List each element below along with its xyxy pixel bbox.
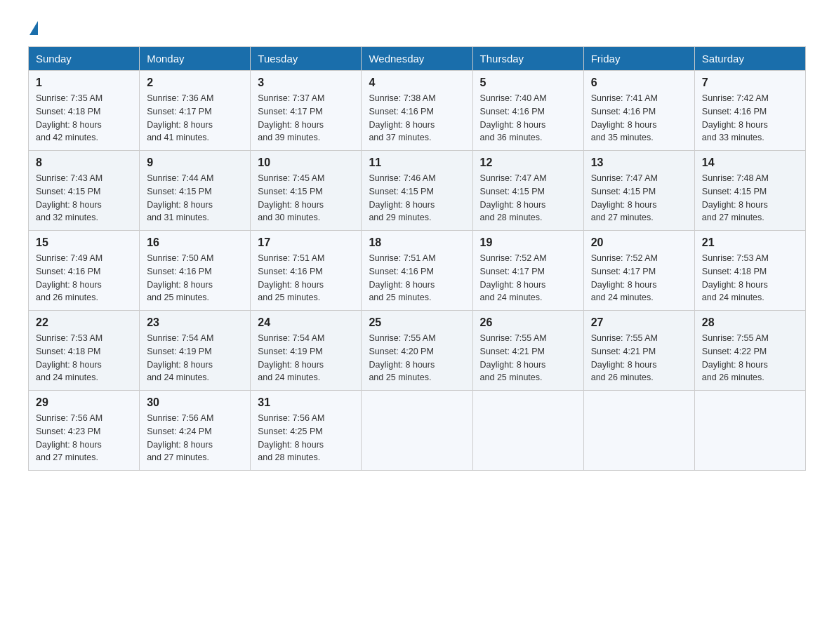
page-header xyxy=(28,21,806,35)
calendar-cell: 15 Sunrise: 7:49 AM Sunset: 4:16 PM Dayl… xyxy=(29,231,140,311)
day-info: Sunrise: 7:44 AM Sunset: 4:15 PM Dayligh… xyxy=(147,172,243,224)
day-info: Sunrise: 7:51 AM Sunset: 4:16 PM Dayligh… xyxy=(369,252,465,304)
calendar-cell: 22 Sunrise: 7:53 AM Sunset: 4:18 PM Dayl… xyxy=(29,311,140,391)
day-number: 5 xyxy=(480,76,576,89)
day-info: Sunrise: 7:52 AM Sunset: 4:17 PM Dayligh… xyxy=(480,252,576,304)
day-info: Sunrise: 7:40 AM Sunset: 4:16 PM Dayligh… xyxy=(480,92,576,145)
calendar-cell: 27 Sunrise: 7:55 AM Sunset: 4:21 PM Dayl… xyxy=(583,311,694,391)
day-number: 29 xyxy=(36,396,132,409)
day-number: 19 xyxy=(480,236,576,249)
calendar-cell: 6 Sunrise: 7:41 AM Sunset: 4:16 PM Dayli… xyxy=(583,71,694,151)
day-info: Sunrise: 7:55 AM Sunset: 4:22 PM Dayligh… xyxy=(702,332,798,384)
day-info: Sunrise: 7:43 AM Sunset: 4:15 PM Dayligh… xyxy=(36,172,132,224)
day-info: Sunrise: 7:55 AM Sunset: 4:21 PM Dayligh… xyxy=(480,332,576,384)
calendar-cell: 10 Sunrise: 7:45 AM Sunset: 4:15 PM Dayl… xyxy=(251,151,362,231)
day-number: 23 xyxy=(147,316,243,329)
day-info: Sunrise: 7:48 AM Sunset: 4:15 PM Dayligh… xyxy=(702,172,798,224)
calendar-cell: 11 Sunrise: 7:46 AM Sunset: 4:15 PM Dayl… xyxy=(362,151,472,231)
day-number: 10 xyxy=(258,156,354,169)
col-header-monday: Monday xyxy=(140,47,251,71)
calendar-cell: 13 Sunrise: 7:47 AM Sunset: 4:15 PM Dayl… xyxy=(583,151,694,231)
calendar-cell: 29 Sunrise: 7:56 AM Sunset: 4:23 PM Dayl… xyxy=(29,391,140,471)
calendar-row-4: 22 Sunrise: 7:53 AM Sunset: 4:18 PM Dayl… xyxy=(29,311,806,391)
calendar-cell: 9 Sunrise: 7:44 AM Sunset: 4:15 PM Dayli… xyxy=(140,151,251,231)
day-number: 30 xyxy=(147,396,243,409)
day-info: Sunrise: 7:42 AM Sunset: 4:16 PM Dayligh… xyxy=(702,92,798,145)
day-info: Sunrise: 7:53 AM Sunset: 4:18 PM Dayligh… xyxy=(702,252,798,304)
calendar-header: SundayMondayTuesdayWednesdayThursdayFrid… xyxy=(29,47,806,71)
day-number: 31 xyxy=(258,396,354,409)
day-info: Sunrise: 7:51 AM Sunset: 4:16 PM Dayligh… xyxy=(258,252,354,304)
day-number: 25 xyxy=(369,316,465,329)
day-number: 11 xyxy=(369,156,465,169)
calendar-cell xyxy=(694,391,805,471)
day-info: Sunrise: 7:56 AM Sunset: 4:23 PM Dayligh… xyxy=(36,412,132,464)
day-number: 8 xyxy=(36,156,132,169)
day-number: 7 xyxy=(702,76,798,89)
day-info: Sunrise: 7:47 AM Sunset: 4:15 PM Dayligh… xyxy=(591,172,687,224)
day-info: Sunrise: 7:52 AM Sunset: 4:17 PM Dayligh… xyxy=(591,252,687,304)
calendar-cell: 30 Sunrise: 7:56 AM Sunset: 4:24 PM Dayl… xyxy=(140,391,251,471)
calendar-cell xyxy=(472,391,583,471)
day-number: 13 xyxy=(591,156,687,169)
day-info: Sunrise: 7:37 AM Sunset: 4:17 PM Dayligh… xyxy=(258,92,354,145)
col-header-friday: Friday xyxy=(583,47,694,71)
day-number: 20 xyxy=(591,236,687,249)
day-number: 3 xyxy=(258,76,354,89)
col-header-saturday: Saturday xyxy=(694,47,805,71)
day-number: 4 xyxy=(369,76,465,89)
logo xyxy=(28,21,39,35)
day-info: Sunrise: 7:53 AM Sunset: 4:18 PM Dayligh… xyxy=(36,332,132,384)
day-number: 9 xyxy=(147,156,243,169)
day-number: 18 xyxy=(369,236,465,249)
day-number: 16 xyxy=(147,236,243,249)
day-number: 12 xyxy=(480,156,576,169)
calendar-cell: 20 Sunrise: 7:52 AM Sunset: 4:17 PM Dayl… xyxy=(583,231,694,311)
calendar-cell xyxy=(583,391,694,471)
calendar-cell: 24 Sunrise: 7:54 AM Sunset: 4:19 PM Dayl… xyxy=(251,311,362,391)
day-info: Sunrise: 7:54 AM Sunset: 4:19 PM Dayligh… xyxy=(147,332,243,384)
calendar-row-1: 1 Sunrise: 7:35 AM Sunset: 4:18 PM Dayli… xyxy=(29,71,806,151)
day-number: 15 xyxy=(36,236,132,249)
day-info: Sunrise: 7:54 AM Sunset: 4:19 PM Dayligh… xyxy=(258,332,354,384)
col-header-wednesday: Wednesday xyxy=(362,47,472,71)
day-number: 26 xyxy=(480,316,576,329)
day-number: 27 xyxy=(591,316,687,329)
calendar-cell: 21 Sunrise: 7:53 AM Sunset: 4:18 PM Dayl… xyxy=(694,231,805,311)
day-info: Sunrise: 7:50 AM Sunset: 4:16 PM Dayligh… xyxy=(147,252,243,304)
day-info: Sunrise: 7:56 AM Sunset: 4:25 PM Dayligh… xyxy=(258,412,354,464)
calendar-cell: 18 Sunrise: 7:51 AM Sunset: 4:16 PM Dayl… xyxy=(362,231,472,311)
calendar-cell: 2 Sunrise: 7:36 AM Sunset: 4:17 PM Dayli… xyxy=(140,71,251,151)
calendar-cell: 8 Sunrise: 7:43 AM Sunset: 4:15 PM Dayli… xyxy=(29,151,140,231)
calendar-cell: 3 Sunrise: 7:37 AM Sunset: 4:17 PM Dayli… xyxy=(251,71,362,151)
day-number: 21 xyxy=(702,236,798,249)
day-number: 6 xyxy=(591,76,687,89)
calendar-cell: 7 Sunrise: 7:42 AM Sunset: 4:16 PM Dayli… xyxy=(694,71,805,151)
day-info: Sunrise: 7:38 AM Sunset: 4:16 PM Dayligh… xyxy=(369,92,465,145)
calendar-cell: 28 Sunrise: 7:55 AM Sunset: 4:22 PM Dayl… xyxy=(694,311,805,391)
calendar-cell: 4 Sunrise: 7:38 AM Sunset: 4:16 PM Dayli… xyxy=(362,71,472,151)
day-info: Sunrise: 7:36 AM Sunset: 4:17 PM Dayligh… xyxy=(147,92,243,145)
day-number: 14 xyxy=(702,156,798,169)
col-header-tuesday: Tuesday xyxy=(251,47,362,71)
logo-triangle-icon xyxy=(29,21,38,35)
calendar-cell: 5 Sunrise: 7:40 AM Sunset: 4:16 PM Dayli… xyxy=(472,71,583,151)
header-row: SundayMondayTuesdayWednesdayThursdayFrid… xyxy=(29,47,806,71)
day-info: Sunrise: 7:55 AM Sunset: 4:20 PM Dayligh… xyxy=(369,332,465,384)
day-number: 1 xyxy=(36,76,132,89)
day-number: 24 xyxy=(258,316,354,329)
calendar-cell: 25 Sunrise: 7:55 AM Sunset: 4:20 PM Dayl… xyxy=(362,311,472,391)
calendar-cell: 26 Sunrise: 7:55 AM Sunset: 4:21 PM Dayl… xyxy=(472,311,583,391)
calendar-body: 1 Sunrise: 7:35 AM Sunset: 4:18 PM Dayli… xyxy=(29,71,806,471)
day-number: 22 xyxy=(36,316,132,329)
calendar-row-3: 15 Sunrise: 7:49 AM Sunset: 4:16 PM Dayl… xyxy=(29,231,806,311)
day-info: Sunrise: 7:46 AM Sunset: 4:15 PM Dayligh… xyxy=(369,172,465,224)
day-info: Sunrise: 7:47 AM Sunset: 4:15 PM Dayligh… xyxy=(480,172,576,224)
day-info: Sunrise: 7:35 AM Sunset: 4:18 PM Dayligh… xyxy=(36,92,132,145)
day-info: Sunrise: 7:55 AM Sunset: 4:21 PM Dayligh… xyxy=(591,332,687,384)
calendar-cell: 12 Sunrise: 7:47 AM Sunset: 4:15 PM Dayl… xyxy=(472,151,583,231)
day-number: 17 xyxy=(258,236,354,249)
calendar-table: SundayMondayTuesdayWednesdayThursdayFrid… xyxy=(28,46,806,471)
day-number: 28 xyxy=(702,316,798,329)
calendar-row-5: 29 Sunrise: 7:56 AM Sunset: 4:23 PM Dayl… xyxy=(29,391,806,471)
